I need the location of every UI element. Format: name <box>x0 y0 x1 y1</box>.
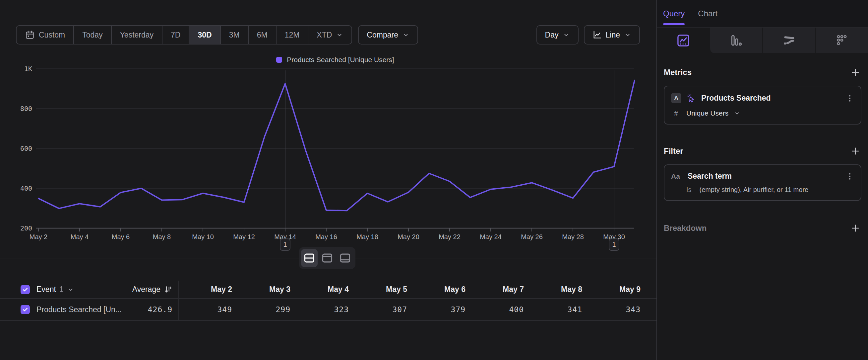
layout-table-only-button[interactable] <box>337 249 353 267</box>
tab-chart-label: Chart <box>698 9 717 18</box>
range-30d-button[interactable]: 30D <box>189 26 220 44</box>
add-filter-button[interactable] <box>849 145 861 157</box>
date-column-header[interactable]: May 9 <box>588 285 646 294</box>
breakdown-section-title: Breakdown <box>664 223 707 233</box>
axis-labels: 1K800600400200May 2May 4May 6May 8May 10… <box>20 65 625 241</box>
svg-text:May 4: May 4 <box>71 233 89 241</box>
annotation-badge[interactable]: 1 <box>609 239 619 251</box>
svg-text:600: 600 <box>20 144 32 153</box>
svg-text:May 18: May 18 <box>356 233 378 241</box>
date-column-header[interactable]: May 3 <box>238 285 296 294</box>
date-range-toolbar: Custom Today Yesterday 7D 30D 3M 6M 12M … <box>16 25 418 45</box>
date-column-header[interactable]: May 7 <box>471 285 529 294</box>
metric-aggregation[interactable]: # Unique Users <box>671 109 854 117</box>
svg-text:May 2: May 2 <box>30 233 48 241</box>
layout-chart-only-button[interactable] <box>319 249 336 267</box>
aggregation-label: Unique Users <box>686 109 728 117</box>
chart-legend[interactable]: Products Searched [Unique Users] <box>36 56 634 64</box>
filter-section-title: Filter <box>664 146 683 156</box>
table-row[interactable]: Products Searched [Un... 426.9 349299323… <box>0 299 656 321</box>
average-column-header[interactable]: Average <box>126 285 173 294</box>
metric-name: Products Searched <box>701 94 840 103</box>
range-7d-button[interactable]: 7D <box>162 26 189 44</box>
range-3m-button[interactable]: 3M <box>221 26 249 44</box>
annotation-lines <box>285 71 614 228</box>
chart-type-tabs <box>657 28 868 53</box>
query-builder: Metrics A Products Searched # Unique Use… <box>657 66 868 234</box>
metric-card[interactable]: A Products Searched # Unique Users <box>664 86 861 124</box>
chart-type-retention-tab[interactable] <box>815 28 868 53</box>
metric-options-menu[interactable] <box>845 94 854 103</box>
filter-condition[interactable]: Is (empty string), Air purifier, or 11 m… <box>671 186 854 194</box>
date-column-header[interactable]: May 2 <box>179 285 238 294</box>
granularity-dropdown[interactable]: Day <box>536 25 579 45</box>
compare-label: Compare <box>367 31 398 39</box>
range-label: 7D <box>171 31 180 39</box>
range-12m-button[interactable]: 12M <box>277 26 309 44</box>
svg-text:May 10: May 10 <box>192 233 214 241</box>
main-panel: 1K800600400200May 2May 4May 6May 8May 10… <box>0 0 656 360</box>
filter-operator: Is <box>686 186 692 194</box>
row-checkbox[interactable] <box>21 305 30 314</box>
average-label: Average <box>132 285 160 294</box>
compare-dropdown[interactable]: Compare <box>358 25 418 45</box>
chart-style-label: Line <box>606 31 620 39</box>
row-average-value: 426.9 <box>148 305 173 314</box>
series-line <box>38 80 634 211</box>
range-label: 12M <box>285 31 300 39</box>
date-column-header[interactable]: May 5 <box>354 285 412 294</box>
range-custom-button[interactable]: Custom <box>17 26 74 44</box>
svg-text:May 26: May 26 <box>521 233 543 241</box>
chevron-down-icon <box>563 31 570 38</box>
cell-value: 400 <box>471 305 529 314</box>
filter-card[interactable]: Aa Search term Is (empty string), Air pu… <box>664 164 861 201</box>
calendar-icon <box>25 30 35 40</box>
range-label: 6M <box>257 31 268 39</box>
range-6m-button[interactable]: 6M <box>249 26 277 44</box>
cell-value: 379 <box>412 305 471 314</box>
sort-descending-icon <box>164 285 173 294</box>
range-yesterday-button[interactable]: Yesterday <box>112 26 162 44</box>
cell-value: 299 <box>238 305 296 314</box>
filter-options-menu[interactable] <box>845 172 854 181</box>
filter-value: (empty string), Air purifier, or 11 more <box>700 186 809 194</box>
range-xtd-dropdown[interactable]: XTD <box>308 26 351 44</box>
chart-style-dropdown[interactable]: Line <box>584 25 640 45</box>
layout-split-view-button[interactable] <box>301 249 318 267</box>
annotation-badge[interactable]: 1 <box>280 239 290 251</box>
range-custom-label: Custom <box>39 31 65 39</box>
chart-type-flows-tab[interactable] <box>762 28 815 53</box>
svg-text:May 28: May 28 <box>562 233 584 241</box>
tab-query[interactable]: Query <box>663 0 685 27</box>
add-metric-button[interactable] <box>849 66 861 78</box>
metrics-section-title: Metrics <box>664 68 692 77</box>
chevron-down-icon <box>336 31 343 38</box>
date-column-header[interactable]: May 4 <box>296 285 354 294</box>
tab-query-label: Query <box>663 9 685 18</box>
filter-property-name: Search term <box>688 172 840 181</box>
insights-chart-icon <box>676 33 690 48</box>
date-column-header[interactable]: May 6 <box>412 285 471 294</box>
chart-type-funnels-tab[interactable] <box>710 28 763 53</box>
svg-text:May 16: May 16 <box>315 233 337 241</box>
add-breakdown-button[interactable] <box>849 222 861 234</box>
chevron-down-icon <box>734 110 740 116</box>
range-label: Today <box>82 31 102 39</box>
chart-type-insights-tab[interactable] <box>657 28 710 53</box>
svg-text:1K: 1K <box>24 65 32 73</box>
select-all-checkbox[interactable] <box>21 285 30 294</box>
range-label: 30D <box>197 31 212 39</box>
tab-chart[interactable]: Chart <box>698 0 717 27</box>
date-column-header[interactable]: May 8 <box>529 285 588 294</box>
chevron-down-icon[interactable] <box>67 286 74 293</box>
query-sidebar: Query Chart Metrics A Products Searched … <box>656 0 868 360</box>
date-range-segmented-control: Custom Today Yesterday 7D 30D 3M 6M 12M … <box>16 25 352 45</box>
event-column-header: Event <box>36 285 56 294</box>
svg-text:May 6: May 6 <box>112 233 130 241</box>
svg-text:May 20: May 20 <box>398 233 420 241</box>
event-count: 1 <box>59 285 64 294</box>
range-today-button[interactable]: Today <box>74 26 112 44</box>
svg-text:May 8: May 8 <box>153 233 171 241</box>
flows-icon <box>782 34 796 47</box>
range-label: Yesterday <box>120 31 154 39</box>
